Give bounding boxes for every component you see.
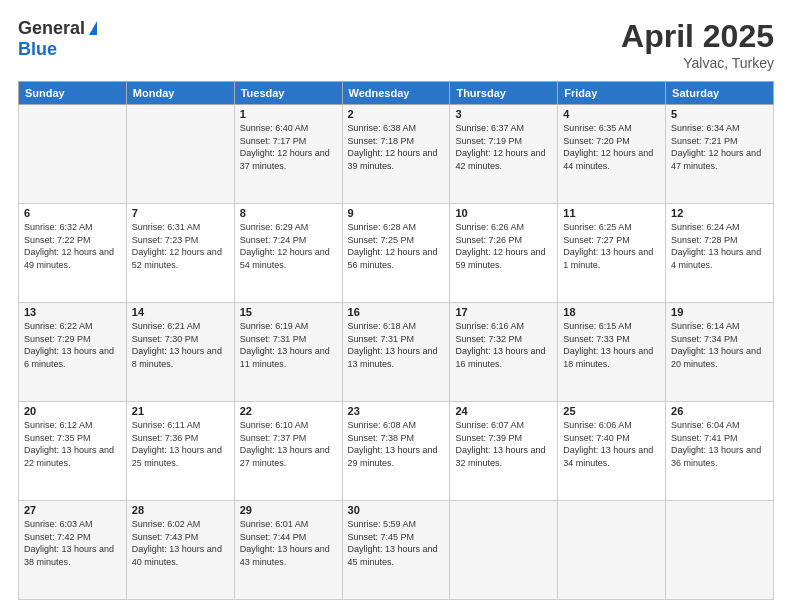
calendar-cell: 12Sunrise: 6:24 AMSunset: 7:28 PMDayligh… xyxy=(666,204,774,303)
calendar-cell: 13Sunrise: 6:22 AMSunset: 7:29 PMDayligh… xyxy=(19,303,127,402)
day-info: Sunrise: 6:02 AMSunset: 7:43 PMDaylight:… xyxy=(132,518,229,568)
day-number: 20 xyxy=(24,405,121,417)
day-number: 16 xyxy=(348,306,445,318)
day-number: 9 xyxy=(348,207,445,219)
calendar-cell: 3Sunrise: 6:37 AMSunset: 7:19 PMDaylight… xyxy=(450,105,558,204)
calendar-cell: 25Sunrise: 6:06 AMSunset: 7:40 PMDayligh… xyxy=(558,402,666,501)
logo-general: General xyxy=(18,18,85,39)
logo-blue: Blue xyxy=(18,39,57,60)
calendar-cell xyxy=(666,501,774,600)
calendar-cell: 19Sunrise: 6:14 AMSunset: 7:34 PMDayligh… xyxy=(666,303,774,402)
day-info: Sunrise: 6:37 AMSunset: 7:19 PMDaylight:… xyxy=(455,122,552,172)
calendar-cell: 11Sunrise: 6:25 AMSunset: 7:27 PMDayligh… xyxy=(558,204,666,303)
day-info: Sunrise: 6:35 AMSunset: 7:20 PMDaylight:… xyxy=(563,122,660,172)
day-info: Sunrise: 5:59 AMSunset: 7:45 PMDaylight:… xyxy=(348,518,445,568)
day-number: 26 xyxy=(671,405,768,417)
calendar-cell: 22Sunrise: 6:10 AMSunset: 7:37 PMDayligh… xyxy=(234,402,342,501)
day-number: 27 xyxy=(24,504,121,516)
day-info: Sunrise: 6:38 AMSunset: 7:18 PMDaylight:… xyxy=(348,122,445,172)
day-info: Sunrise: 6:32 AMSunset: 7:22 PMDaylight:… xyxy=(24,221,121,271)
day-info: Sunrise: 6:11 AMSunset: 7:36 PMDaylight:… xyxy=(132,419,229,469)
day-info: Sunrise: 6:10 AMSunset: 7:37 PMDaylight:… xyxy=(240,419,337,469)
day-number: 3 xyxy=(455,108,552,120)
day-number: 1 xyxy=(240,108,337,120)
day-info: Sunrise: 6:12 AMSunset: 7:35 PMDaylight:… xyxy=(24,419,121,469)
day-info: Sunrise: 6:01 AMSunset: 7:44 PMDaylight:… xyxy=(240,518,337,568)
day-info: Sunrise: 6:19 AMSunset: 7:31 PMDaylight:… xyxy=(240,320,337,370)
calendar-cell: 7Sunrise: 6:31 AMSunset: 7:23 PMDaylight… xyxy=(126,204,234,303)
day-info: Sunrise: 6:21 AMSunset: 7:30 PMDaylight:… xyxy=(132,320,229,370)
day-number: 21 xyxy=(132,405,229,417)
weekday-header: Tuesday xyxy=(234,82,342,105)
day-info: Sunrise: 6:28 AMSunset: 7:25 PMDaylight:… xyxy=(348,221,445,271)
day-info: Sunrise: 6:40 AMSunset: 7:17 PMDaylight:… xyxy=(240,122,337,172)
title-month: April 2025 xyxy=(621,18,774,55)
calendar-cell: 18Sunrise: 6:15 AMSunset: 7:33 PMDayligh… xyxy=(558,303,666,402)
day-number: 22 xyxy=(240,405,337,417)
day-number: 8 xyxy=(240,207,337,219)
calendar-cell: 30Sunrise: 5:59 AMSunset: 7:45 PMDayligh… xyxy=(342,501,450,600)
day-number: 2 xyxy=(348,108,445,120)
day-info: Sunrise: 6:07 AMSunset: 7:39 PMDaylight:… xyxy=(455,419,552,469)
day-number: 15 xyxy=(240,306,337,318)
calendar-cell: 1Sunrise: 6:40 AMSunset: 7:17 PMDaylight… xyxy=(234,105,342,204)
day-number: 25 xyxy=(563,405,660,417)
day-info: Sunrise: 6:08 AMSunset: 7:38 PMDaylight:… xyxy=(348,419,445,469)
logo: General Blue xyxy=(18,18,97,60)
calendar-cell: 23Sunrise: 6:08 AMSunset: 7:38 PMDayligh… xyxy=(342,402,450,501)
logo-text: General xyxy=(18,18,97,39)
calendar-header: SundayMondayTuesdayWednesdayThursdayFrid… xyxy=(19,82,774,105)
calendar-cell: 14Sunrise: 6:21 AMSunset: 7:30 PMDayligh… xyxy=(126,303,234,402)
day-number: 5 xyxy=(671,108,768,120)
weekday-row: SundayMondayTuesdayWednesdayThursdayFrid… xyxy=(19,82,774,105)
day-number: 4 xyxy=(563,108,660,120)
day-info: Sunrise: 6:18 AMSunset: 7:31 PMDaylight:… xyxy=(348,320,445,370)
calendar-week: 20Sunrise: 6:12 AMSunset: 7:35 PMDayligh… xyxy=(19,402,774,501)
calendar-cell: 29Sunrise: 6:01 AMSunset: 7:44 PMDayligh… xyxy=(234,501,342,600)
weekday-header: Monday xyxy=(126,82,234,105)
calendar-cell: 15Sunrise: 6:19 AMSunset: 7:31 PMDayligh… xyxy=(234,303,342,402)
calendar-body: 1Sunrise: 6:40 AMSunset: 7:17 PMDaylight… xyxy=(19,105,774,600)
day-info: Sunrise: 6:26 AMSunset: 7:26 PMDaylight:… xyxy=(455,221,552,271)
calendar-cell: 6Sunrise: 6:32 AMSunset: 7:22 PMDaylight… xyxy=(19,204,127,303)
calendar-cell: 27Sunrise: 6:03 AMSunset: 7:42 PMDayligh… xyxy=(19,501,127,600)
day-info: Sunrise: 6:31 AMSunset: 7:23 PMDaylight:… xyxy=(132,221,229,271)
calendar-cell xyxy=(126,105,234,204)
calendar-cell: 21Sunrise: 6:11 AMSunset: 7:36 PMDayligh… xyxy=(126,402,234,501)
title-location: Yalvac, Turkey xyxy=(621,55,774,71)
day-number: 13 xyxy=(24,306,121,318)
calendar-cell: 10Sunrise: 6:26 AMSunset: 7:26 PMDayligh… xyxy=(450,204,558,303)
day-info: Sunrise: 6:16 AMSunset: 7:32 PMDaylight:… xyxy=(455,320,552,370)
calendar-cell: 8Sunrise: 6:29 AMSunset: 7:24 PMDaylight… xyxy=(234,204,342,303)
weekday-header: Sunday xyxy=(19,82,127,105)
day-number: 7 xyxy=(132,207,229,219)
day-number: 28 xyxy=(132,504,229,516)
day-number: 6 xyxy=(24,207,121,219)
day-info: Sunrise: 6:29 AMSunset: 7:24 PMDaylight:… xyxy=(240,221,337,271)
header: General Blue April 2025 Yalvac, Turkey xyxy=(18,18,774,71)
calendar-week: 6Sunrise: 6:32 AMSunset: 7:22 PMDaylight… xyxy=(19,204,774,303)
calendar-cell xyxy=(19,105,127,204)
weekday-header: Thursday xyxy=(450,82,558,105)
calendar-cell xyxy=(450,501,558,600)
calendar-cell: 20Sunrise: 6:12 AMSunset: 7:35 PMDayligh… xyxy=(19,402,127,501)
calendar-cell: 17Sunrise: 6:16 AMSunset: 7:32 PMDayligh… xyxy=(450,303,558,402)
calendar-cell: 16Sunrise: 6:18 AMSunset: 7:31 PMDayligh… xyxy=(342,303,450,402)
day-number: 19 xyxy=(671,306,768,318)
title-block: April 2025 Yalvac, Turkey xyxy=(621,18,774,71)
day-info: Sunrise: 6:25 AMSunset: 7:27 PMDaylight:… xyxy=(563,221,660,271)
page: General Blue April 2025 Yalvac, Turkey S… xyxy=(0,0,792,612)
day-number: 17 xyxy=(455,306,552,318)
day-info: Sunrise: 6:34 AMSunset: 7:21 PMDaylight:… xyxy=(671,122,768,172)
day-info: Sunrise: 6:24 AMSunset: 7:28 PMDaylight:… xyxy=(671,221,768,271)
weekday-header: Friday xyxy=(558,82,666,105)
day-number: 30 xyxy=(348,504,445,516)
calendar-cell xyxy=(558,501,666,600)
calendar-cell: 9Sunrise: 6:28 AMSunset: 7:25 PMDaylight… xyxy=(342,204,450,303)
day-number: 12 xyxy=(671,207,768,219)
calendar-cell: 4Sunrise: 6:35 AMSunset: 7:20 PMDaylight… xyxy=(558,105,666,204)
day-number: 18 xyxy=(563,306,660,318)
calendar-cell: 24Sunrise: 6:07 AMSunset: 7:39 PMDayligh… xyxy=(450,402,558,501)
day-number: 14 xyxy=(132,306,229,318)
day-number: 24 xyxy=(455,405,552,417)
